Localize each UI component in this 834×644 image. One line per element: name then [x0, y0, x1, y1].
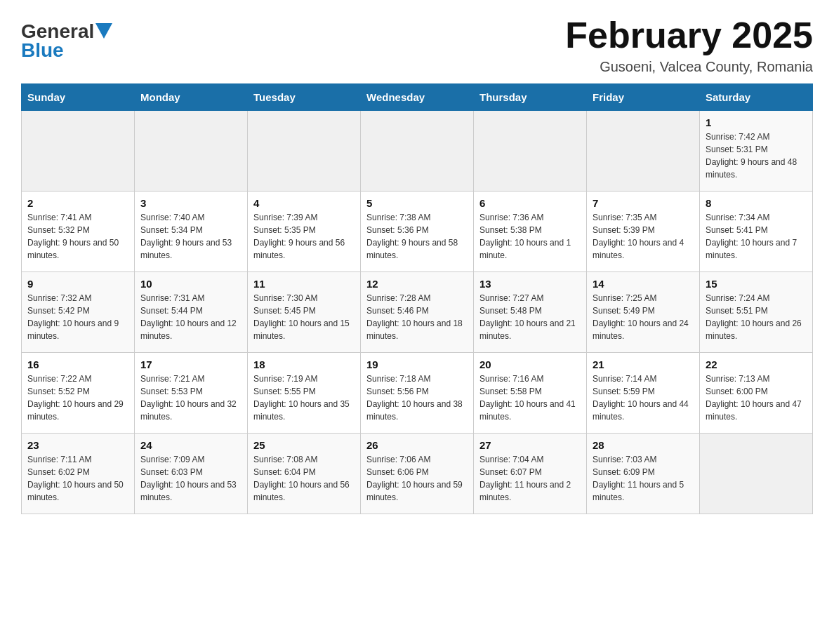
day-number: 3 [140, 197, 241, 209]
day-number: 4 [253, 197, 355, 209]
day-number: 16 [27, 358, 128, 370]
calendar-day-cell: 27Sunrise: 7:04 AM Sunset: 6:07 PM Dayli… [474, 434, 587, 514]
calendar-day-cell: 4Sunrise: 7:39 AM Sunset: 5:35 PM Daylig… [248, 192, 361, 272]
calendar-day-cell [700, 434, 813, 514]
day-number: 8 [706, 197, 807, 209]
day-number: 14 [593, 278, 694, 290]
calendar-day-cell: 23Sunrise: 7:11 AM Sunset: 6:02 PM Dayli… [22, 434, 135, 514]
svg-marker-0 [95, 23, 112, 39]
calendar-day-cell: 18Sunrise: 7:19 AM Sunset: 5:55 PM Dayli… [248, 353, 361, 434]
day-info: Sunrise: 7:35 AM Sunset: 5:39 PM Dayligh… [593, 211, 694, 262]
day-info: Sunrise: 7:28 AM Sunset: 5:46 PM Dayligh… [366, 292, 468, 342]
day-number: 21 [593, 358, 694, 370]
day-info: Sunrise: 7:03 AM Sunset: 6:09 PM Dayligh… [593, 453, 694, 504]
calendar-day-cell: 6Sunrise: 7:36 AM Sunset: 5:38 PM Daylig… [474, 192, 587, 272]
calendar-day-cell: 10Sunrise: 7:31 AM Sunset: 5:44 PM Dayli… [135, 272, 248, 353]
calendar-day-cell [587, 111, 700, 192]
day-info: Sunrise: 7:11 AM Sunset: 6:02 PM Dayligh… [27, 453, 128, 504]
day-number: 17 [140, 358, 241, 370]
calendar-day-cell: 28Sunrise: 7:03 AM Sunset: 6:09 PM Dayli… [587, 434, 700, 514]
day-number: 18 [253, 358, 355, 370]
day-info: Sunrise: 7:41 AM Sunset: 5:32 PM Dayligh… [27, 211, 128, 262]
calendar-day-cell [135, 111, 248, 192]
day-number: 1 [706, 116, 807, 128]
day-number: 26 [366, 439, 468, 451]
day-info: Sunrise: 7:21 AM Sunset: 5:53 PM Dayligh… [140, 373, 241, 423]
day-number: 23 [27, 439, 128, 451]
day-number: 2 [27, 197, 128, 209]
day-info: Sunrise: 7:31 AM Sunset: 5:44 PM Dayligh… [140, 292, 241, 342]
calendar-day-cell: 14Sunrise: 7:25 AM Sunset: 5:49 PM Dayli… [587, 272, 700, 353]
calendar-day-cell: 25Sunrise: 7:08 AM Sunset: 6:04 PM Dayli… [248, 434, 361, 514]
calendar-day-cell: 22Sunrise: 7:13 AM Sunset: 6:00 PM Dayli… [700, 353, 813, 434]
calendar-day-cell: 1Sunrise: 7:42 AM Sunset: 5:31 PM Daylig… [700, 111, 813, 192]
page-header: General Blue February 2025 Gusoeni, Valc… [21, 14, 813, 75]
day-info: Sunrise: 7:18 AM Sunset: 5:56 PM Dayligh… [366, 373, 468, 423]
calendar-day-cell: 3Sunrise: 7:40 AM Sunset: 5:34 PM Daylig… [135, 192, 248, 272]
calendar-day-cell: 15Sunrise: 7:24 AM Sunset: 5:51 PM Dayli… [700, 272, 813, 353]
calendar-day-cell: 26Sunrise: 7:06 AM Sunset: 6:06 PM Dayli… [361, 434, 474, 514]
day-info: Sunrise: 7:36 AM Sunset: 5:38 PM Dayligh… [479, 211, 581, 262]
calendar-subtitle: Gusoeni, Valcea County, Romania [565, 59, 813, 75]
calendar-week-row: 2Sunrise: 7:41 AM Sunset: 5:32 PM Daylig… [22, 192, 813, 272]
day-info: Sunrise: 7:19 AM Sunset: 5:55 PM Dayligh… [253, 373, 355, 423]
day-number: 24 [140, 439, 241, 451]
calendar-day-cell [22, 111, 135, 192]
calendar-day-cell: 24Sunrise: 7:09 AM Sunset: 6:03 PM Dayli… [135, 434, 248, 514]
day-info: Sunrise: 7:27 AM Sunset: 5:48 PM Dayligh… [479, 292, 581, 342]
header-thursday: Thursday [474, 84, 587, 111]
calendar-day-cell: 19Sunrise: 7:18 AM Sunset: 5:56 PM Dayli… [361, 353, 474, 434]
header-wednesday: Wednesday [361, 84, 474, 111]
day-info: Sunrise: 7:06 AM Sunset: 6:06 PM Dayligh… [366, 453, 468, 504]
header-tuesday: Tuesday [248, 84, 361, 111]
calendar-week-row: 9Sunrise: 7:32 AM Sunset: 5:42 PM Daylig… [22, 272, 813, 353]
day-info: Sunrise: 7:08 AM Sunset: 6:04 PM Dayligh… [253, 453, 355, 504]
day-number: 7 [593, 197, 694, 209]
day-info: Sunrise: 7:04 AM Sunset: 6:07 PM Dayligh… [479, 453, 581, 504]
day-info: Sunrise: 7:42 AM Sunset: 5:31 PM Dayligh… [706, 130, 807, 181]
day-info: Sunrise: 7:34 AM Sunset: 5:41 PM Dayligh… [706, 211, 807, 262]
day-info: Sunrise: 7:30 AM Sunset: 5:45 PM Dayligh… [253, 292, 355, 342]
calendar-day-cell: 11Sunrise: 7:30 AM Sunset: 5:45 PM Dayli… [248, 272, 361, 353]
calendar-day-cell: 9Sunrise: 7:32 AM Sunset: 5:42 PM Daylig… [22, 272, 135, 353]
day-info: Sunrise: 7:09 AM Sunset: 6:03 PM Dayligh… [140, 453, 241, 504]
header-monday: Monday [135, 84, 248, 111]
day-info: Sunrise: 7:40 AM Sunset: 5:34 PM Dayligh… [140, 211, 241, 262]
calendar-day-cell: 5Sunrise: 7:38 AM Sunset: 5:36 PM Daylig… [361, 192, 474, 272]
calendar-week-row: 23Sunrise: 7:11 AM Sunset: 6:02 PM Dayli… [22, 434, 813, 514]
day-number: 10 [140, 278, 241, 290]
day-info: Sunrise: 7:24 AM Sunset: 5:51 PM Dayligh… [706, 292, 807, 342]
day-number: 15 [706, 278, 807, 290]
calendar-day-cell: 17Sunrise: 7:21 AM Sunset: 5:53 PM Dayli… [135, 353, 248, 434]
calendar-day-cell [361, 111, 474, 192]
day-info: Sunrise: 7:39 AM Sunset: 5:35 PM Dayligh… [253, 211, 355, 262]
calendar-table: Sunday Monday Tuesday Wednesday Thursday… [21, 83, 813, 514]
calendar-week-row: 16Sunrise: 7:22 AM Sunset: 5:52 PM Dayli… [22, 353, 813, 434]
day-number: 12 [366, 278, 468, 290]
title-section: February 2025 Gusoeni, Valcea County, Ro… [565, 14, 813, 75]
logo: General Blue [21, 21, 112, 62]
calendar-day-cell: 21Sunrise: 7:14 AM Sunset: 5:59 PM Dayli… [587, 353, 700, 434]
day-number: 27 [479, 439, 581, 451]
day-number: 25 [253, 439, 355, 451]
calendar-day-cell: 12Sunrise: 7:28 AM Sunset: 5:46 PM Dayli… [361, 272, 474, 353]
day-number: 22 [706, 358, 807, 370]
day-info: Sunrise: 7:25 AM Sunset: 5:49 PM Dayligh… [593, 292, 694, 342]
calendar-day-cell: 20Sunrise: 7:16 AM Sunset: 5:58 PM Dayli… [474, 353, 587, 434]
calendar-day-cell: 16Sunrise: 7:22 AM Sunset: 5:52 PM Dayli… [22, 353, 135, 434]
day-number: 13 [479, 278, 581, 290]
calendar-day-cell: 13Sunrise: 7:27 AM Sunset: 5:48 PM Dayli… [474, 272, 587, 353]
day-info: Sunrise: 7:38 AM Sunset: 5:36 PM Dayligh… [366, 211, 468, 262]
calendar-title: February 2025 [565, 14, 813, 56]
calendar-day-cell: 2Sunrise: 7:41 AM Sunset: 5:32 PM Daylig… [22, 192, 135, 272]
calendar-day-cell [474, 111, 587, 192]
day-info: Sunrise: 7:14 AM Sunset: 5:59 PM Dayligh… [593, 373, 694, 423]
logo-text-blue: Blue [21, 40, 112, 62]
calendar-week-row: 1Sunrise: 7:42 AM Sunset: 5:31 PM Daylig… [22, 111, 813, 192]
day-number: 9 [27, 278, 128, 290]
weekday-header-row: Sunday Monday Tuesday Wednesday Thursday… [22, 84, 813, 111]
day-number: 6 [479, 197, 581, 209]
day-number: 5 [366, 197, 468, 209]
day-info: Sunrise: 7:22 AM Sunset: 5:52 PM Dayligh… [27, 373, 128, 423]
day-info: Sunrise: 7:32 AM Sunset: 5:42 PM Dayligh… [27, 292, 128, 342]
